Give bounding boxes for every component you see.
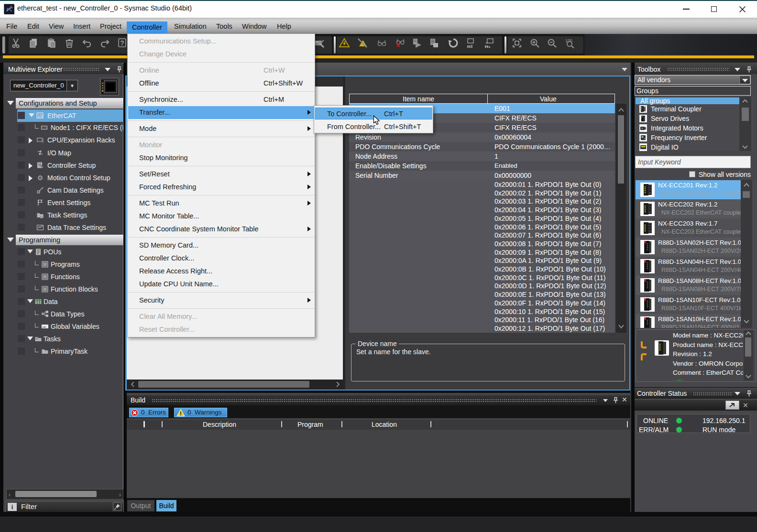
svg-text:?: ? <box>120 39 124 47</box>
svg-text:ECAT: ECAT <box>38 116 44 119</box>
svg-text:var: var <box>42 326 46 328</box>
